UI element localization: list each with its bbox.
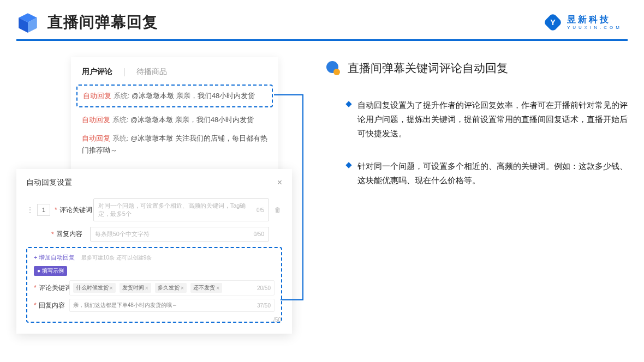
tag-chip[interactable]: 发货时间×	[120, 283, 151, 293]
required-star: *	[34, 284, 37, 292]
required-star: *	[55, 206, 57, 214]
diamond-icon	[345, 101, 351, 107]
auto-reply-tag: 自动回复	[83, 92, 111, 100]
keyword-row: ⋮⋮ 1 * 评论关键词 对同一个问题，可设置多个相近、高频的关键词，Tag确定…	[26, 198, 282, 221]
brand-name-en: YUUXIN.COM	[567, 26, 622, 30]
system-label: 系统:	[114, 92, 130, 100]
bullet-text: 针对同一个问题，可设置多个相近的、高频的关键词。例如：这款多少钱、这块能优惠吗、…	[357, 159, 628, 188]
example-section: + 增加自动回复 最多可建10条 还可以创建9条 ● 填写示例 * 评论关键词 …	[26, 247, 282, 323]
example-keyword-label: 评论关键词	[39, 283, 69, 293]
keyword-input[interactable]: 对同一个问题，可设置多个相近、高频的关键词，Tag确定，最多5个 0/5	[93, 198, 269, 221]
page-header: 直播间弹幕回复 Y 昱新科技 YUUXIN.COM	[0, 0, 644, 39]
system-label: 系统:	[112, 134, 129, 142]
auto-reply-tag: 自动回复	[82, 116, 110, 124]
header-divider	[16, 39, 628, 41]
example-badge: ● 填写示例	[34, 266, 67, 276]
comment-row: 自动回复 系统: @冰墩墩本墩 关注我们的店铺，每日都有热门推荐呦～	[82, 132, 267, 156]
keyword-label: 评论关键词	[59, 206, 93, 215]
bullet-item: 自动回复设置为了提升作者的评论回复效率，作者可在开播前针对常见的评论用户问题，提…	[325, 98, 628, 141]
example-content-label: 回复内容	[39, 301, 69, 310]
section-heading: 直播间弹幕关键词评论自动回复	[325, 60, 628, 76]
keyword-counter: 0/5	[257, 207, 264, 213]
svg-point-6	[333, 69, 340, 75]
comment-row: 自动回复 系统: @冰墩墩本墩 亲亲，我们48小时内发货	[82, 114, 267, 126]
content-placeholder: 每条限50个中文字符	[95, 230, 150, 238]
example-content-counter: 37/50	[257, 303, 271, 309]
content-row: * 回复内容 每条限50个中文字符 0/50 🗑	[51, 227, 282, 242]
bullet-item: 针对同一个问题，可设置多个相近的、高频的关键词。例如：这款多少钱、这块能优惠吗、…	[325, 159, 628, 188]
keyword-placeholder: 对同一个问题，可设置多个相近、高频的关键词，Tag确定，最多5个	[98, 202, 257, 218]
tab-pending-products[interactable]: 待播商品	[136, 67, 167, 77]
limit-hint: 最多可建10条 还可以创建9条	[81, 255, 152, 261]
system-label: 系统:	[112, 116, 129, 124]
svg-text:Y: Y	[550, 18, 556, 27]
chat-bubble-icon	[325, 60, 341, 76]
cube-icon	[16, 11, 39, 34]
comments-card: 用户评论 | 待播商品 自动回复 系统: @冰墩墩本墩 亲亲，我们48小时内发货…	[71, 57, 278, 175]
delete-icon[interactable]: 🗑	[275, 206, 282, 214]
bullet-text: 自动回复设置为了提升作者的评论回复效率，作者可在开播前针对常见的评论用户问题，提…	[357, 98, 628, 141]
auto-reply-settings-card: 自动回复设置 × ⋮⋮ 1 * 评论关键词 对同一个问题，可设置多个相近、高频的…	[16, 169, 292, 334]
example-keyword-row: * 评论关键词 什么时候发货× 发货时间× 多久发货× 还不发货× 20/50	[34, 280, 275, 295]
stray-counter: /50	[273, 317, 281, 323]
comment-text: @冰墩墩本墩 亲亲，我们48小时内发货	[130, 116, 254, 124]
tab-user-comments[interactable]: 用户评论	[82, 67, 112, 77]
example-content-row: * 回复内容 亲，我们这边都是下单48小时内发货的哦～ 37/50	[34, 299, 275, 312]
page-title: 直播间弹幕回复	[47, 12, 158, 33]
brand-logo-icon: Y	[543, 13, 563, 32]
settings-title: 自动回复设置	[26, 178, 72, 188]
tab-separator: |	[123, 67, 126, 77]
required-star: *	[34, 301, 37, 309]
tag-chip[interactable]: 多久发货×	[155, 283, 187, 293]
content-input[interactable]: 每条限50个中文字符 0/50	[90, 227, 269, 242]
example-keyword-input[interactable]: 什么时候发货× 发货时间× 多久发货× 还不发货× 20/50	[69, 280, 275, 295]
diamond-icon	[345, 162, 351, 168]
example-content-value: 亲，我们这边都是下单48小时内发货的哦～	[73, 301, 177, 309]
tag-chip[interactable]: 什么时候发货×	[73, 283, 116, 293]
brand-logo-block: Y 昱新科技 YUUXIN.COM	[543, 13, 622, 32]
add-auto-reply-link[interactable]: + 增加自动回复	[34, 254, 75, 261]
tag-chip[interactable]: 还不发货×	[190, 283, 222, 293]
example-content-input[interactable]: 亲，我们这边都是下单48小时内发货的哦～ 37/50	[69, 299, 275, 312]
auto-reply-tag: 自动回复	[82, 134, 110, 142]
rule-number: 1	[37, 204, 50, 216]
section-title: 直播间弹幕关键词评论自动回复	[348, 61, 508, 76]
comment-text: @冰墩墩本墩 亲亲，我们48小时内发货	[132, 92, 255, 100]
brand-name-cn: 昱新科技	[567, 15, 622, 24]
comment-row-highlighted: 自动回复 系统: @冰墩墩本墩 亲亲，我们48小时内发货	[76, 85, 273, 107]
close-icon[interactable]: ×	[277, 178, 282, 188]
content-counter: 0/50	[254, 231, 264, 237]
required-star: *	[51, 231, 54, 238]
drag-handle-icon[interactable]: ⋮⋮	[26, 206, 33, 214]
content-label: 回复内容	[56, 230, 90, 239]
example-keyword-counter: 20/50	[257, 285, 271, 291]
